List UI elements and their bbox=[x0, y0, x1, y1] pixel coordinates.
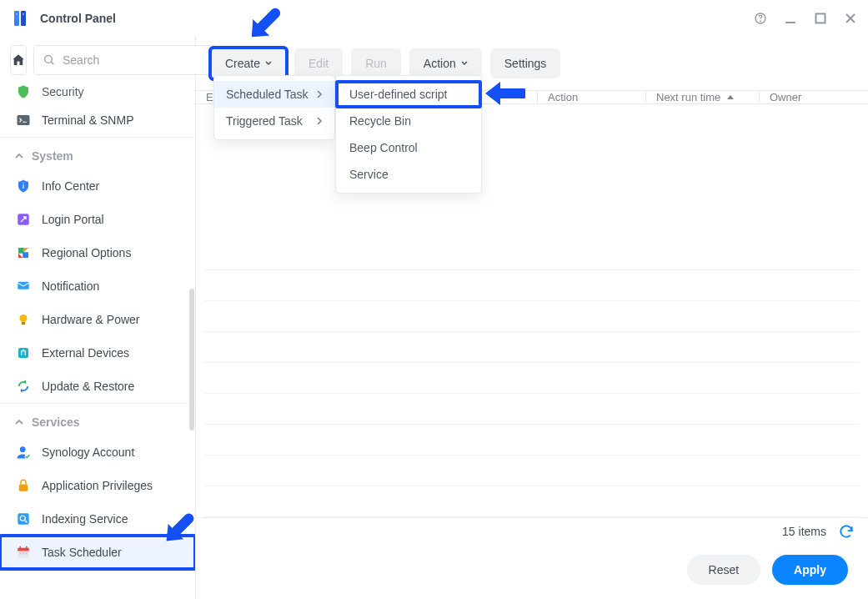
sort-asc-icon bbox=[727, 95, 734, 99]
external-devices-icon bbox=[15, 345, 32, 361]
svg-rect-26 bbox=[26, 546, 28, 550]
th-owner[interactable]: Owner bbox=[760, 91, 868, 103]
sidebar-item-update-restore[interactable]: Update & Restore bbox=[0, 370, 195, 403]
shield-icon bbox=[15, 83, 32, 100]
svg-rect-20 bbox=[19, 485, 28, 491]
button-label: Apply bbox=[794, 563, 826, 576]
menu-item-triggered-task[interactable]: Triggered Task bbox=[214, 108, 334, 134]
chevron-right-icon bbox=[317, 90, 323, 98]
login-portal-icon bbox=[15, 211, 32, 228]
sidebar-item-info-center[interactable]: i Info Center bbox=[0, 169, 195, 203]
button-label: Settings bbox=[504, 57, 547, 70]
search-icon bbox=[43, 53, 56, 67]
action-button[interactable]: Action bbox=[409, 48, 482, 78]
button-label: Create bbox=[225, 57, 260, 70]
sidebar-item-application-privileges[interactable]: Application Privileges bbox=[0, 469, 195, 502]
apply-button[interactable]: Apply bbox=[772, 555, 848, 585]
sidebar-item-terminal-snmp[interactable]: Terminal & SNMP bbox=[0, 103, 195, 137]
sidebar-item-label: Security bbox=[42, 85, 84, 98]
sidebar-item-label: Application Privileges bbox=[42, 479, 153, 492]
svg-rect-28 bbox=[23, 552, 24, 554]
svg-point-2 bbox=[16, 13, 18, 15]
close-button[interactable] bbox=[841, 9, 860, 28]
th-next-run-time[interactable]: Next run time bbox=[646, 91, 760, 103]
edit-button: Edit bbox=[294, 48, 343, 78]
menu-item-scheduled-task[interactable]: Scheduled Task bbox=[214, 81, 334, 108]
svg-rect-0 bbox=[14, 11, 19, 26]
lock-icon bbox=[15, 477, 32, 494]
search-input[interactable] bbox=[63, 53, 208, 67]
submenu-item-user-defined-script[interactable]: User-defined script bbox=[336, 81, 481, 108]
sidebar-item-external-devices[interactable]: External Devices bbox=[0, 336, 195, 370]
sidebar-scrollbar[interactable] bbox=[189, 289, 194, 430]
caret-down-icon bbox=[265, 60, 272, 67]
home-button[interactable] bbox=[10, 45, 27, 75]
sidebar-item-label: Regional Options bbox=[42, 246, 131, 259]
svg-rect-14 bbox=[22, 322, 26, 325]
chevron-up-icon bbox=[15, 152, 23, 160]
sidebar-item-label: Info Center bbox=[42, 179, 99, 193]
svg-point-8 bbox=[45, 56, 53, 63]
sidebar-item-regional-options[interactable]: Regional Options bbox=[0, 236, 195, 269]
svg-rect-27 bbox=[20, 552, 22, 554]
svg-rect-12 bbox=[18, 282, 29, 289]
sidebar-item-security[interactable]: Security bbox=[0, 83, 195, 103]
sidebar-item-label: External Devices bbox=[42, 346, 129, 360]
svg-point-18 bbox=[20, 446, 26, 452]
svg-text:i: i bbox=[23, 183, 24, 190]
annotation-arrow bbox=[482, 77, 525, 110]
globe-icon bbox=[15, 244, 32, 261]
th-label: Next run time bbox=[656, 91, 720, 103]
sidebar-item-login-portal[interactable]: Login Portal bbox=[0, 203, 195, 236]
reset-button[interactable]: Reset bbox=[687, 555, 761, 585]
info-icon: i bbox=[15, 178, 32, 194]
submenu-item-label: Beep Control bbox=[349, 141, 418, 154]
svg-point-5 bbox=[760, 21, 761, 22]
svg-point-13 bbox=[20, 315, 28, 322]
th-label: Action bbox=[548, 91, 578, 103]
sidebar-group-system[interactable]: System bbox=[0, 137, 195, 169]
sidebar-item-label: Notification bbox=[42, 279, 99, 293]
svg-rect-6 bbox=[785, 22, 795, 23]
minimize-button[interactable] bbox=[781, 9, 800, 28]
caret-down-icon bbox=[461, 60, 468, 67]
scheduled-task-submenu: User-defined script Recycle Bin Beep Con… bbox=[335, 75, 482, 194]
svg-rect-1 bbox=[21, 11, 26, 26]
button-label: Edit bbox=[309, 57, 329, 70]
update-restore-icon bbox=[15, 378, 32, 395]
menu-item-label: Scheduled Task bbox=[226, 88, 309, 101]
svg-marker-17 bbox=[21, 389, 24, 393]
chevron-right-icon bbox=[317, 117, 323, 125]
indexing-icon bbox=[15, 511, 32, 527]
sidebar-item-label: Synology Account bbox=[42, 445, 134, 459]
sidebar-group-services[interactable]: Services bbox=[0, 403, 195, 435]
sidebar-item-notification[interactable]: Notification bbox=[0, 269, 195, 303]
submenu-item-beep-control[interactable]: Beep Control bbox=[336, 134, 481, 161]
create-button[interactable]: Create bbox=[211, 48, 286, 78]
svg-marker-16 bbox=[23, 380, 26, 385]
th-label: Owner bbox=[770, 91, 801, 103]
th-action[interactable]: Action bbox=[538, 91, 646, 103]
run-button: Run bbox=[351, 48, 401, 78]
sidebar-item-synology-account[interactable]: Synology Account bbox=[0, 435, 195, 469]
sidebar-group-label: System bbox=[32, 149, 73, 163]
maximize-button[interactable] bbox=[811, 9, 830, 28]
submenu-item-recycle-bin[interactable]: Recycle Bin bbox=[336, 108, 481, 134]
terminal-icon bbox=[15, 112, 32, 128]
help-button[interactable] bbox=[751, 9, 770, 28]
annotation-arrow bbox=[242, 3, 285, 47]
sidebar-item-hardware-power[interactable]: Hardware & Power bbox=[0, 303, 195, 336]
sidebar-item-label: Login Portal bbox=[42, 213, 104, 226]
sidebar-item-label: Task Scheduler bbox=[42, 546, 122, 559]
button-label: Reset bbox=[709, 563, 740, 576]
svg-rect-29 bbox=[26, 552, 28, 554]
sidebar-item-label: Hardware & Power bbox=[42, 313, 140, 326]
calendar-icon bbox=[15, 544, 32, 561]
refresh-button[interactable] bbox=[838, 523, 855, 540]
bulb-icon bbox=[15, 311, 32, 328]
table-body bbox=[196, 104, 868, 517]
settings-button[interactable]: Settings bbox=[490, 48, 561, 78]
submenu-item-label: Recycle Bin bbox=[349, 114, 411, 128]
submenu-item-service[interactable]: Service bbox=[336, 161, 481, 188]
svg-rect-21 bbox=[18, 513, 29, 525]
